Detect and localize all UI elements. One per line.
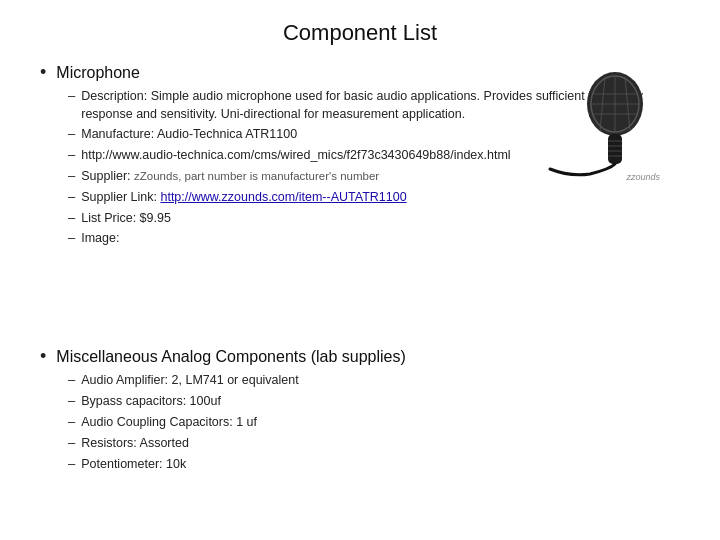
- miscellaneous-section: • Miscellaneous Analog Components (lab s…: [40, 348, 680, 473]
- supplier-link[interactable]: http://www.zzounds.com/item--AUTATR1100: [160, 190, 406, 204]
- bullet-microphone: •: [40, 62, 46, 83]
- bullet-misc: •: [40, 346, 46, 367]
- miscellaneous-details: – Audio Amplifier: 2, LM741 or equivalen…: [68, 371, 680, 473]
- list-item: – Resistors: Assorted: [68, 434, 680, 453]
- list-item: – Image:: [68, 229, 680, 248]
- list-item: – List Price: $9.95: [68, 209, 680, 228]
- zzounds-label: zzounds: [626, 172, 660, 182]
- list-item: – Bypass capacitors: 100uf: [68, 392, 680, 411]
- microphone-image-container: [520, 64, 680, 184]
- list-item: – Supplier Link: http://www.zzounds.com/…: [68, 188, 680, 207]
- microphone-title: Microphone: [56, 64, 140, 82]
- miscellaneous-title: Miscellaneous Analog Components (lab sup…: [56, 348, 406, 366]
- supplier-note: zZounds, part number is manufacturer's n…: [134, 170, 379, 182]
- list-item: – Potentiometer: 10k: [68, 455, 680, 474]
- list-item: – Audio Amplifier: 2, LM741 or equivalen…: [68, 371, 680, 390]
- page: Component List • Microphone: [0, 0, 720, 540]
- list-item: – Audio Coupling Capacitors: 1 uf: [68, 413, 680, 432]
- svg-rect-8: [608, 134, 622, 164]
- microphone-image: [530, 69, 670, 179]
- miscellaneous-header: • Miscellaneous Analog Components (lab s…: [40, 348, 680, 367]
- microphone-section: • Microphone: [40, 64, 680, 248]
- page-title: Component List: [40, 20, 680, 46]
